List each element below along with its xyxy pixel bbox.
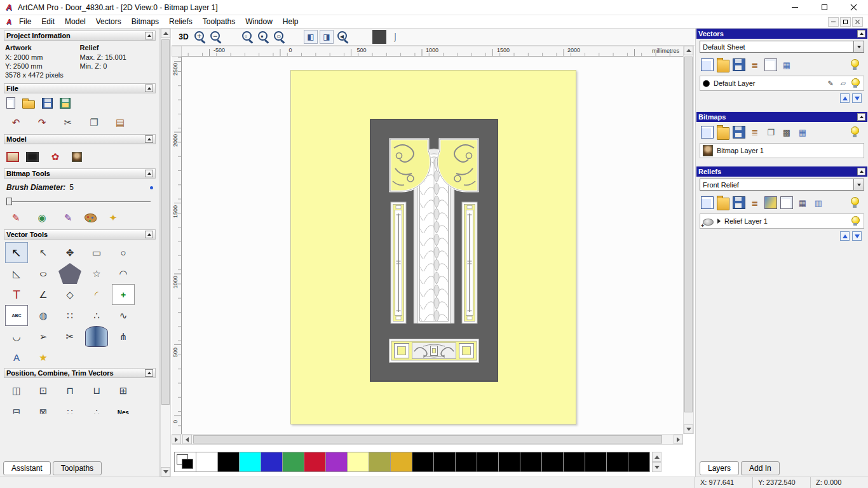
toggle-vector-view-icon[interactable]: ◨	[320, 30, 334, 44]
create-ellipse-icon[interactable]: ○	[26, 263, 60, 284]
open-relief-layer-icon[interactable]	[717, 198, 729, 210]
open-model-icon[interactable]	[22, 100, 35, 109]
save-vector-layer-icon[interactable]	[733, 58, 745, 71]
colour-swatch[interactable]	[433, 452, 456, 472]
greyscale-icon[interactable]: ▩	[780, 126, 793, 139]
colour-swatch[interactable]	[606, 452, 628, 472]
zoom-previous-icon[interactable]: ◂	[336, 30, 349, 44]
scrollbar-thumb[interactable]	[161, 39, 170, 405]
zoom-fit-icon[interactable]: ▪	[256, 30, 270, 44]
brush-diameter-slider[interactable]	[6, 198, 151, 205]
delete-vector-layer-icon[interactable]: ▦	[780, 58, 793, 71]
colour-swatch[interactable]	[390, 452, 412, 472]
block-copy-icon[interactable]: ◫	[5, 381, 28, 401]
copy-icon[interactable]: ❐	[85, 114, 104, 132]
paste-array-icon[interactable]: ∷	[58, 402, 81, 414]
menu-item[interactable]: Help	[278, 16, 304, 27]
rollup-button[interactable]	[145, 85, 153, 92]
align-bottom-icon[interactable]: ⊔	[85, 381, 108, 401]
free-form-curve-icon[interactable]: ∿	[112, 305, 135, 326]
scroll-up-button[interactable]	[161, 29, 170, 38]
canvas-horizontal-scrollbar[interactable]	[172, 434, 683, 445]
join-vectors-icon[interactable]: ◡	[5, 326, 28, 347]
colour-swatch[interactable]	[217, 452, 240, 472]
nesting-icon[interactable]: Nes	[112, 402, 135, 414]
new-vector-layer-icon[interactable]	[701, 58, 714, 71]
create-star-icon[interactable]: ☆	[85, 263, 108, 284]
layer-row[interactable]: Relief Layer 1	[700, 214, 864, 228]
align-left-icon[interactable]: ⊟	[5, 402, 28, 414]
merge-relief-layers-icon[interactable]: ≣	[749, 196, 761, 209]
move-layer-down-button[interactable]	[852, 93, 862, 103]
colour-swatch[interactable]	[628, 452, 650, 472]
open-bitmap-layer-icon[interactable]	[717, 127, 729, 140]
select-vectors-icon[interactable]: ↖	[5, 242, 28, 263]
colour-swatch[interactable]	[563, 452, 585, 472]
toolbar-gap[interactable]	[288, 30, 302, 44]
tab-toolpaths[interactable]: Toolpaths	[53, 461, 102, 475]
delete-relief-layer-icon[interactable]: ▥	[812, 196, 825, 209]
scrollbar-thumb[interactable]	[684, 57, 693, 412]
zoom-box-icon[interactable]: ▫	[240, 30, 254, 44]
document-icon[interactable]	[5, 18, 13, 26]
layer-visibility-icon[interactable]	[851, 78, 861, 89]
line-width-preview[interactable]	[372, 30, 386, 44]
duplicate-relief-layer-icon[interactable]	[780, 196, 793, 209]
scroll-left-button[interactable]	[182, 435, 192, 444]
layer-colour-chip[interactable]	[703, 80, 710, 87]
merge-bitmap-layers-icon[interactable]: ≣	[749, 126, 761, 139]
open-vector-layer-icon[interactable]	[717, 60, 729, 72]
measure-tool-icon[interactable]: ∠	[32, 284, 55, 305]
paste-icon[interactable]: ▤	[111, 114, 130, 132]
node-editing-icon[interactable]: ↖	[32, 242, 55, 263]
create-rectangle-icon[interactable]: ▭	[85, 242, 108, 263]
slider-handle[interactable]	[6, 198, 12, 205]
colour-swatch[interactable]	[282, 452, 304, 472]
colour-swatch[interactable]	[477, 452, 499, 472]
align-centre-icon[interactable]: ⊞	[112, 381, 135, 401]
vector-direction-icon[interactable]: ➢	[32, 326, 55, 347]
colour-swatch[interactable]	[412, 452, 434, 472]
flood-fill-tool-icon[interactable]: ◉	[32, 209, 51, 227]
copy-bitmap-layer-icon[interactable]: ❐	[764, 126, 777, 139]
transform-vectors-icon[interactable]: ✥	[58, 242, 81, 263]
dropdown-button[interactable]	[853, 41, 864, 52]
wrap-text-wizard-icon[interactable]: A	[5, 347, 28, 368]
colour-swatch[interactable]	[369, 452, 391, 472]
rollup-button[interactable]	[145, 231, 153, 238]
colour-swatch[interactable]	[498, 452, 520, 472]
palette-scroll[interactable]	[652, 452, 661, 472]
save-bitmap-layer-icon[interactable]	[733, 126, 745, 139]
colour-swatch[interactable]	[520, 452, 542, 472]
undo-icon[interactable]: ↶	[6, 114, 25, 132]
mdi-close-button[interactable]	[852, 17, 863, 27]
new-sheet-icon[interactable]	[764, 58, 777, 71]
pan-mode-button[interactable]	[172, 435, 181, 444]
text-on-curve-icon[interactable]: ABC	[5, 305, 28, 326]
split-relief-icon[interactable]: ▦	[796, 196, 809, 209]
zoom-out-icon[interactable]: −	[208, 30, 222, 44]
delete-bitmap-layer-icon[interactable]: ▦	[796, 126, 809, 139]
menu-item[interactable]: Vectors	[91, 16, 126, 27]
create-arc-icon[interactable]: ◠	[112, 263, 135, 284]
zoom-in-icon[interactable]: +	[193, 30, 207, 44]
rollup-button[interactable]	[857, 168, 865, 175]
mdi-minimize-button[interactable]	[828, 17, 839, 27]
scroll-down-button[interactable]	[161, 467, 170, 477]
offset-vectors-icon[interactable]: ◇	[58, 284, 81, 305]
save-relief-layer-icon[interactable]	[733, 196, 745, 209]
canvas-vertical-scrollbar[interactable]	[683, 46, 694, 434]
greyscale-image-icon[interactable]	[72, 152, 82, 162]
sculpting-tool-icon[interactable]: ✿	[46, 148, 65, 166]
drawing-viewport[interactable]	[182, 57, 683, 434]
close-button[interactable]	[839, 0, 868, 15]
spin-tool-icon[interactable]	[85, 326, 108, 347]
zoom-objects-icon[interactable]: ○	[272, 30, 286, 44]
relief-visibility-icon[interactable]	[851, 215, 861, 227]
toggle-all-relief-layers-icon[interactable]	[850, 196, 863, 209]
trim-vectors-icon[interactable]: ✂	[58, 326, 81, 347]
weave-wizard-icon[interactable]: ⋔	[112, 326, 135, 347]
primary-secondary-swatch[interactable]	[174, 452, 196, 472]
align-right-icon[interactable]: ⊠	[32, 402, 55, 414]
toggle-all-vector-layers-icon[interactable]	[850, 58, 863, 71]
